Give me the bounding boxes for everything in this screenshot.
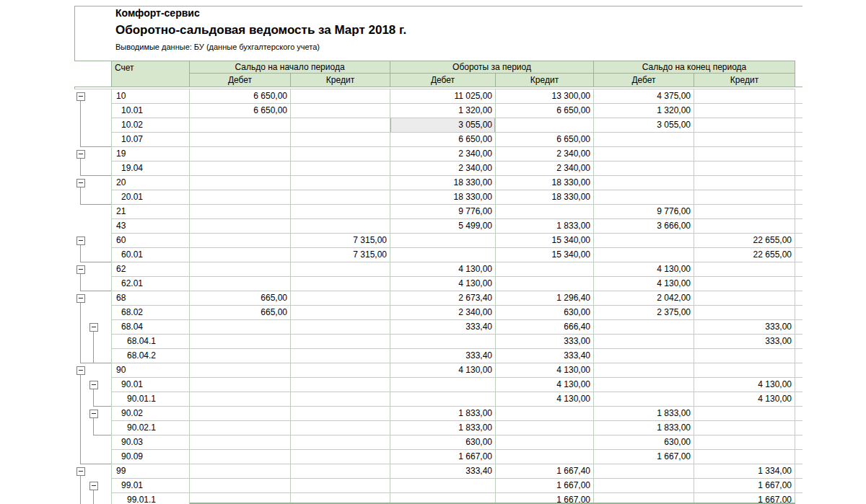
value-cell[interactable]: 665,00	[190, 306, 291, 320]
value-cell[interactable]	[190, 464, 291, 479]
value-cell[interactable]	[291, 392, 390, 407]
value-cell[interactable]: 1 667,00	[390, 450, 496, 464]
value-cell[interactable]: 9 776,00	[390, 205, 496, 219]
value-cell[interactable]: 4 130,00	[594, 262, 694, 277]
value-cell[interactable]: 1 667,40	[496, 464, 594, 479]
value-cell[interactable]	[190, 349, 291, 363]
value-cell[interactable]	[694, 363, 795, 378]
value-cell[interactable]	[190, 335, 291, 349]
collapse-minus-icon[interactable]	[89, 323, 98, 332]
value-cell[interactable]: 2 340,00	[496, 162, 594, 176]
value-cell[interactable]	[594, 133, 694, 147]
value-cell[interactable]	[594, 479, 694, 493]
value-cell[interactable]	[694, 450, 795, 464]
value-cell[interactable]: 1 833,00	[390, 421, 496, 436]
value-cell[interactable]: 6 650,00	[496, 104, 594, 118]
collapse-minus-icon[interactable]	[76, 294, 85, 303]
value-cell[interactable]	[594, 392, 694, 407]
value-cell[interactable]	[190, 392, 291, 407]
account-cell[interactable]: 43	[112, 219, 190, 234]
collapse-minus-icon[interactable]	[76, 150, 85, 159]
value-cell[interactable]	[694, 407, 795, 421]
value-cell[interactable]	[594, 176, 694, 190]
value-cell[interactable]	[694, 291, 795, 306]
account-cell[interactable]: 62	[112, 262, 190, 277]
value-cell[interactable]	[190, 248, 291, 262]
account-cell[interactable]: 68.04.2	[112, 349, 190, 363]
value-cell[interactable]	[291, 262, 390, 277]
value-cell[interactable]: 333,00	[694, 320, 795, 335]
collapse-minus-icon[interactable]	[89, 381, 98, 389]
value-cell[interactable]	[190, 320, 291, 335]
value-cell[interactable]: 4 130,00	[496, 378, 594, 392]
value-cell[interactable]	[594, 335, 694, 349]
value-cell[interactable]	[190, 421, 291, 436]
value-cell[interactable]	[291, 450, 390, 464]
value-cell[interactable]	[390, 392, 496, 407]
value-cell[interactable]	[694, 147, 795, 162]
value-cell[interactable]: 1 320,00	[390, 104, 496, 118]
value-cell[interactable]: 4 375,00	[594, 89, 694, 104]
value-cell[interactable]	[291, 89, 390, 104]
value-cell[interactable]: 2 340,00	[496, 147, 594, 162]
value-cell[interactable]: 11 025,00	[390, 89, 496, 104]
value-cell[interactable]: 1 833,00	[390, 407, 496, 421]
value-cell[interactable]	[594, 162, 694, 176]
account-cell[interactable]: 90	[112, 363, 190, 378]
value-cell[interactable]	[390, 378, 496, 392]
value-cell[interactable]	[496, 205, 594, 219]
value-cell[interactable]	[190, 450, 291, 464]
collapse-minus-icon[interactable]	[76, 265, 85, 274]
value-cell[interactable]	[190, 378, 291, 392]
value-cell[interactable]	[291, 479, 390, 493]
value-cell[interactable]: 4 130,00	[390, 363, 496, 378]
value-cell[interactable]	[694, 205, 795, 219]
value-cell[interactable]: 1 334,00	[694, 464, 795, 479]
value-cell[interactable]: 15 340,00	[496, 248, 594, 262]
account-cell[interactable]: 19.04	[112, 162, 190, 176]
value-cell[interactable]: 666,40	[496, 320, 594, 335]
value-cell[interactable]	[694, 349, 795, 363]
value-cell[interactable]	[190, 234, 291, 248]
value-cell[interactable]: 1 320,00	[594, 104, 694, 118]
value-cell[interactable]	[291, 320, 390, 335]
value-cell[interactable]	[291, 147, 390, 162]
value-cell[interactable]: 4 130,00	[390, 277, 496, 291]
value-cell[interactable]: 630,00	[594, 436, 694, 450]
value-cell[interactable]	[694, 104, 795, 118]
value-cell[interactable]	[190, 277, 291, 291]
value-cell[interactable]	[291, 349, 390, 363]
value-cell[interactable]	[496, 436, 594, 450]
value-cell[interactable]: 3 666,00	[594, 219, 694, 234]
account-cell[interactable]: 60.01	[112, 248, 190, 262]
value-cell[interactable]	[694, 133, 795, 147]
value-cell[interactable]	[291, 464, 390, 479]
value-cell[interactable]	[694, 262, 795, 277]
value-cell[interactable]: 333,00	[496, 335, 594, 349]
value-cell[interactable]	[594, 190, 694, 205]
value-cell[interactable]: 4 130,00	[694, 392, 795, 407]
value-cell[interactable]: 4 130,00	[390, 262, 496, 277]
value-cell[interactable]	[390, 335, 496, 349]
value-cell[interactable]: 1 833,00	[594, 421, 694, 436]
value-cell[interactable]	[594, 147, 694, 162]
value-cell[interactable]	[694, 277, 795, 291]
value-cell[interactable]: 4 130,00	[496, 392, 594, 407]
value-cell[interactable]	[496, 407, 594, 421]
value-cell[interactable]	[291, 277, 390, 291]
account-cell[interactable]: 10.02	[112, 118, 190, 133]
collapse-minus-icon[interactable]	[76, 366, 85, 375]
account-cell[interactable]: 10.01	[112, 104, 190, 118]
value-cell[interactable]: 2 340,00	[390, 306, 496, 320]
value-cell[interactable]	[291, 306, 390, 320]
value-cell[interactable]	[694, 190, 795, 205]
value-cell[interactable]: 15 340,00	[496, 234, 594, 248]
value-cell[interactable]	[694, 118, 795, 133]
value-cell[interactable]: 333,40	[390, 464, 496, 479]
account-cell[interactable]: 60	[112, 234, 190, 248]
value-cell[interactable]: 630,00	[496, 306, 594, 320]
value-cell[interactable]	[291, 190, 390, 205]
value-cell[interactable]	[291, 291, 390, 306]
value-cell[interactable]	[291, 205, 390, 219]
value-cell[interactable]	[190, 363, 291, 378]
